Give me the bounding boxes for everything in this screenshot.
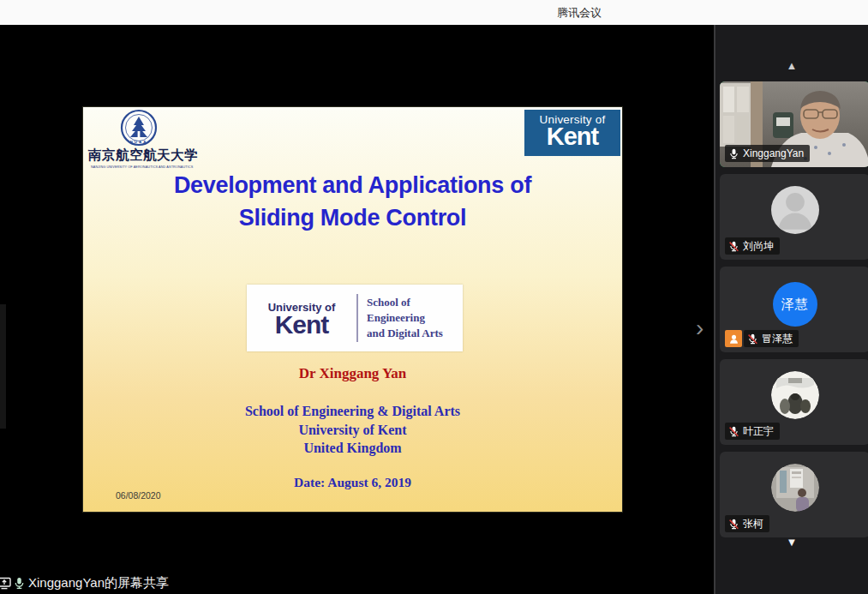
school-logo-school-line3: and Digital Arts	[367, 326, 463, 341]
participant-tile-liushangkun[interactable]: 刘尚坤	[720, 174, 868, 260]
participant-name-row: 刘尚坤	[725, 237, 780, 255]
participant-name-label: 叶正宇	[725, 423, 780, 440]
nuaa-emblem-icon: NUAA	[120, 109, 158, 147]
school-logo-school-line1: School of	[367, 295, 463, 310]
slide-footer-date: 06/08/2020	[116, 490, 161, 501]
host-badge-icon	[725, 330, 742, 347]
participant-name-row: 冒泽慧	[725, 330, 799, 347]
participant-name-label: 冒泽慧	[744, 330, 799, 347]
presentation-date: Date: August 6, 2019	[83, 475, 622, 490]
scroll-up-icon[interactable]: ▲	[715, 59, 868, 72]
kent-logo: University of Kent	[524, 110, 620, 156]
kent-logo-line2: Kent	[524, 126, 620, 147]
meeting-window: 腾讯会议 NUAA 南京航空航天大学 NANJING UNIVERSITY OF…	[0, 0, 868, 594]
person-silhouette-icon	[771, 186, 819, 234]
nuaa-logo: NUAA 南京航空航天大学 NANJING UNIVERSITY OF AERO…	[88, 109, 189, 169]
kent-school-logo: University of Kent School of Engineering…	[247, 285, 463, 351]
photo-avatar	[771, 371, 819, 419]
participant-name-label: XinggangYan	[725, 145, 810, 162]
participant-tile-yezhengyu[interactable]: 叶正宇	[720, 359, 868, 445]
participants-panel: ▲	[714, 25, 868, 594]
mic-muted-icon	[728, 426, 739, 437]
presentation-slide: NUAA 南京航空航天大学 NANJING UNIVERSITY OF AERO…	[83, 107, 622, 512]
nuaa-name-cn: 南京航空航天大学	[88, 147, 189, 165]
participant-name-label: 张柯	[725, 515, 769, 532]
mic-on-icon	[13, 577, 26, 590]
participant-tile-zhangke[interactable]: 张柯	[720, 452, 868, 537]
share-status-bar: XinggangYan的屏幕共享	[0, 573, 714, 594]
left-edge-hover-strip	[0, 304, 6, 429]
photo-avatar	[771, 464, 819, 512]
participant-name-row: 张柯	[725, 515, 769, 532]
affiliation-line1: School of Engineering & Digital Arts	[83, 402, 622, 421]
affiliation-line3: United Kingdom	[83, 439, 622, 458]
participant-name: 冒泽慧	[762, 332, 793, 346]
avatar	[771, 464, 819, 515]
mic-muted-icon	[728, 241, 739, 252]
school-logo-school-line2: Engineering	[367, 310, 463, 326]
mic-on-icon	[728, 148, 739, 159]
affiliation-line2: University of Kent	[83, 421, 622, 440]
svg-text:NUAA: NUAA	[130, 140, 148, 144]
screen-share-area: NUAA 南京航空航天大学 NANJING UNIVERSITY OF AERO…	[0, 25, 714, 594]
participant-tile-xinggangyan[interactable]: XinggangYan	[720, 81, 868, 167]
app-title: 腾讯会议	[557, 5, 602, 21]
participant-name-label: 刘尚坤	[725, 237, 780, 255]
slide-title: Development and Applications of Sliding …	[83, 169, 622, 234]
screen-share-icon	[0, 577, 11, 590]
participant-name: XinggangYan	[743, 147, 804, 159]
affiliation-block: School of Engineering & Digital Arts Uni…	[83, 402, 622, 458]
avatar	[771, 186, 819, 237]
participant-name: 张柯	[743, 517, 763, 531]
window-titlebar: 腾讯会议	[0, 0, 868, 25]
share-status-text: XinggangYan的屏幕共享	[28, 575, 169, 591]
avatar	[771, 371, 819, 423]
avatar: 泽慧	[773, 282, 817, 327]
kent-school-logo-left: University of Kent	[247, 301, 356, 336]
participant-name: 刘尚坤	[743, 239, 774, 254]
kent-school-logo-right: School of Engineering and Digital Arts	[358, 295, 463, 342]
mic-muted-icon	[747, 333, 758, 345]
school-logo-uni-line2: Kent	[247, 314, 356, 336]
scroll-down-icon[interactable]: ▼	[715, 536, 868, 549]
presenter-name: Dr Xinggang Yan	[83, 365, 622, 382]
initials-avatar: 泽慧	[773, 282, 817, 327]
panel-toggle-chevron[interactable]: ›	[696, 316, 703, 340]
slide-title-line2: Sliding Mode Control	[83, 201, 622, 234]
mic-muted-icon	[728, 519, 739, 530]
participant-name: 叶正宇	[743, 424, 774, 439]
participant-name-row: XinggangYan	[725, 145, 810, 162]
slide-title-line1: Development and Applications of	[83, 169, 622, 201]
participant-tile-maozehui[interactable]: 泽慧 冒泽慧	[720, 267, 868, 352]
participant-name-row: 叶正宇	[725, 423, 780, 440]
